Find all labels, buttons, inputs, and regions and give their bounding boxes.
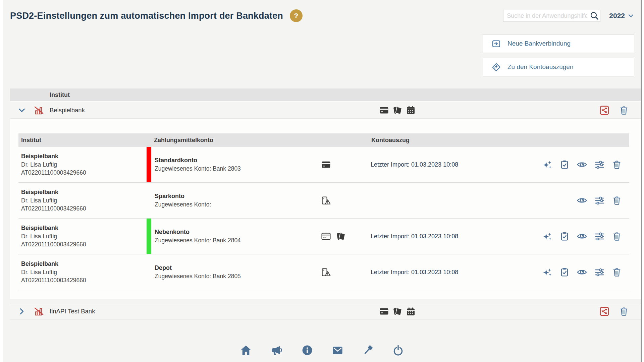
- collapse-toggle[interactable]: [16, 106, 28, 115]
- search-input[interactable]: [503, 10, 600, 22]
- credit-card-filled-icon: [321, 160, 331, 170]
- last-import: Letzter Import: 01.03.2023 10:08: [371, 269, 458, 276]
- home-nav-button[interactable]: [239, 344, 252, 357]
- info-nav-button[interactable]: [301, 344, 313, 356]
- calendar-icon: [406, 105, 416, 115]
- new-bank-connection-button[interactable]: Neue Bankverbindung: [483, 34, 634, 53]
- diamond-turn-right-icon: [492, 63, 501, 72]
- cards-icon: [392, 306, 402, 316]
- eye-icon[interactable]: [577, 267, 587, 278]
- clipboard-check-icon[interactable]: [559, 231, 570, 241]
- megaphone-icon: [270, 344, 283, 357]
- gavel-icon: [362, 344, 374, 356]
- assigned-account: Zugewiesenes Konto: Bank 2805: [155, 272, 318, 281]
- page-header: PSD2-Einstellungen zum automatischen Imp…: [3, 0, 641, 76]
- eye-icon[interactable]: [577, 195, 587, 206]
- account-holder: Dr. Lisa Luftig: [21, 268, 144, 276]
- eye-icon[interactable]: [577, 159, 587, 170]
- status-bar: [147, 254, 151, 290]
- account-name: Depot: [155, 264, 318, 273]
- credit-card-outline-icon: [321, 231, 331, 241]
- expand-toggle[interactable]: [16, 307, 28, 316]
- arrow-box-icon: [492, 39, 501, 48]
- bank-name: finAPI Test Bank: [50, 308, 95, 315]
- credit-card-icon: [379, 306, 389, 316]
- account-row-depot: Beispielbank Dr. Lisa Luftig AT022011100…: [18, 254, 629, 290]
- share-icon[interactable]: [599, 306, 609, 316]
- sparkles-icon[interactable]: [542, 231, 552, 242]
- eye-icon[interactable]: [577, 231, 587, 242]
- col-kontoauszug: Kontoauszug: [369, 137, 629, 144]
- bank-status-icon-wrap: [33, 306, 45, 316]
- logout-nav-button[interactable]: [392, 344, 404, 356]
- status-bar: [147, 183, 151, 218]
- clipboard-check-icon[interactable]: [559, 267, 570, 277]
- bank-row-finapi: finAPI Test Bank: [10, 303, 641, 320]
- institut-name: Beispielbank: [21, 152, 144, 161]
- card-alert-icon: [321, 195, 331, 205]
- trash-icon[interactable]: [612, 267, 622, 277]
- bank-status-icon-wrap: [33, 105, 45, 115]
- cards-icon: [392, 105, 402, 115]
- chevron-down-icon: [17, 106, 26, 115]
- help-search: [503, 10, 600, 22]
- psd2-settings-page: PSD2-Einstellungen zum automatischen Imp…: [3, 0, 642, 362]
- sparkles-icon[interactable]: [542, 160, 552, 170]
- help-icon[interactable]: ?: [290, 9, 303, 22]
- col-institut: Institut: [18, 137, 151, 144]
- iban: AT022011100003429660: [21, 240, 144, 248]
- bank-table-header: Institut: [10, 88, 641, 102]
- account-holder: Dr. Lisa Luftig: [21, 232, 144, 240]
- announcements-nav-button[interactable]: [270, 344, 283, 357]
- year-value: 2022: [609, 12, 625, 20]
- assigned-account: Zugewiesenes Konto: Bank 2804: [155, 236, 318, 245]
- sparkles-icon[interactable]: [542, 267, 552, 278]
- bank-table: Institut Beispielbank Instit: [10, 88, 641, 320]
- go-to-statements-button[interactable]: Zu den Kontoauszügen: [483, 58, 634, 76]
- last-import: Letzter Import: 01.03.2023 10:08: [371, 161, 458, 168]
- mail-nav-button[interactable]: [331, 344, 344, 357]
- bank-capability-icons: [379, 306, 416, 316]
- trash-icon[interactable]: [619, 105, 629, 115]
- account-row-standardkonto: Beispielbank Dr. Lisa Luftig AT022011100…: [18, 147, 629, 183]
- card-alert-icon: [321, 267, 331, 277]
- search-icon[interactable]: [590, 11, 599, 20]
- bank-name: Beispielbank: [50, 107, 85, 114]
- accounts-table-header: Institut Zahlungsmittelkonto Kontoauszug: [18, 133, 629, 147]
- bank-row-beispielbank: Beispielbank: [10, 102, 641, 119]
- legal-nav-button[interactable]: [362, 344, 374, 356]
- trash-icon[interactable]: [612, 231, 622, 241]
- accounts-panel: Institut Zahlungsmittelkonto Kontoauszug…: [10, 119, 641, 299]
- account-holder: Dr. Lisa Luftig: [21, 161, 144, 169]
- trash-icon[interactable]: [619, 306, 629, 316]
- sliders-icon[interactable]: [594, 267, 605, 278]
- account-row-sparkonto: Beispielbank Dr. Lisa Luftig AT022011100…: [18, 183, 629, 219]
- sliders-icon[interactable]: [594, 231, 605, 242]
- year-dropdown[interactable]: 2022: [609, 12, 634, 20]
- clipboard-check-icon[interactable]: [559, 160, 570, 170]
- home-icon: [239, 344, 252, 357]
- trash-icon[interactable]: [612, 195, 622, 205]
- new-bank-connection-label: Neue Bankverbindung: [507, 40, 571, 47]
- chevron-down-icon: [628, 12, 634, 19]
- broken-chart-icon: [34, 306, 44, 316]
- iban: AT022011100003429660: [21, 204, 144, 213]
- chevron-right-icon: [17, 307, 26, 316]
- institut-name: Beispielbank: [21, 188, 144, 196]
- institut-name: Beispielbank: [21, 260, 144, 268]
- credit-card-icon: [379, 105, 389, 115]
- iban: AT022011100003429660: [21, 169, 144, 177]
- iban: AT022011100003429660: [21, 276, 144, 284]
- mail-icon: [331, 344, 344, 357]
- cards-icon: [336, 231, 346, 241]
- account-holder: Dr. Lisa Luftig: [21, 196, 144, 204]
- sliders-icon[interactable]: [594, 195, 605, 206]
- trash-icon[interactable]: [612, 160, 622, 170]
- power-icon: [392, 344, 404, 356]
- calendar-icon: [406, 307, 416, 316]
- institut-name: Beispielbank: [21, 224, 144, 232]
- info-icon: [301, 344, 313, 356]
- go-to-statements-label: Zu den Kontoauszügen: [507, 63, 574, 71]
- sliders-icon[interactable]: [594, 160, 605, 170]
- share-icon[interactable]: [599, 105, 609, 115]
